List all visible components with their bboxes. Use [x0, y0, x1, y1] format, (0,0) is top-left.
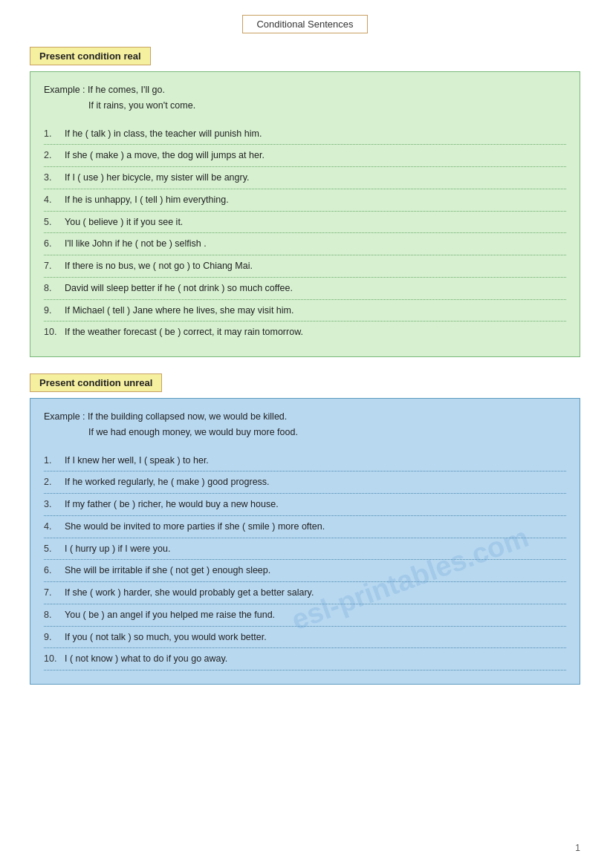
item-text: If he is unhappy, I ( tell ) him everyth…: [65, 193, 566, 207]
item-text: David will sleep better if he ( not drin…: [65, 281, 566, 296]
item-text: If the weather forecast ( be ) correct, …: [65, 325, 566, 339]
list-item: 7.If there is no bus, we ( not go ) to C…: [44, 255, 566, 278]
item-text: If he ( talk ) in class, the teacher wil…: [65, 127, 566, 141]
section2-list: 1.If I knew her well, I ( speak ) to her…: [44, 450, 566, 671]
page-title: Conditional Sentences: [242, 15, 367, 33]
list-item: 3.If my father ( be ) richer, he would b…: [44, 494, 566, 516]
list-item: 5.You ( believe ) it if you see it.: [44, 212, 566, 234]
section1-example: Example : If he comes, I'll go. If it ra…: [44, 82, 566, 114]
list-item: 7.If she ( work ) harder, she would prob…: [44, 582, 566, 604]
item-number: 1.: [44, 127, 65, 141]
list-item: 4.If he is unhappy, I ( tell ) him every…: [44, 189, 566, 212]
item-number: 9.: [44, 630, 65, 645]
item-text: If I ( use ) her bicycle, my sister will…: [65, 171, 566, 185]
item-text: If she ( make ) a move, the dog will jum…: [65, 149, 566, 163]
item-text: If Michael ( tell ) Jane where he lives,…: [65, 304, 566, 318]
list-item: 9.If you ( not talk ) so much, you would…: [44, 627, 566, 649]
item-number: 7.: [44, 259, 65, 273]
section2-example: Example : If the building collapsed now,…: [44, 409, 566, 441]
page-number: 1: [575, 843, 580, 853]
item-text: I ( hurry up ) if I were you.: [65, 542, 566, 556]
item-number: 1.: [44, 454, 65, 468]
item-text: She would be invited to more parties if …: [65, 520, 566, 534]
list-item: 8.David will sleep better if he ( not dr…: [44, 278, 566, 300]
item-text: If I knew her well, I ( speak ) to her.: [65, 454, 566, 468]
section1-list: 1.If he ( talk ) in class, the teacher w…: [44, 123, 566, 344]
item-number: 6.: [44, 564, 65, 578]
list-item: 1.If he ( talk ) in class, the teacher w…: [44, 123, 566, 146]
list-item: 8.You ( be ) an angel if you helped me r…: [44, 604, 566, 627]
item-number: 8.: [44, 608, 65, 622]
list-item: 10.If the weather forecast ( be ) correc…: [44, 322, 566, 343]
item-number: 8.: [44, 281, 65, 296]
section1-box: Example : If he comes, I'll go. If it ra…: [30, 71, 580, 357]
section2-box: Example : If the building collapsed now,…: [30, 398, 580, 685]
item-number: 5.: [44, 542, 65, 556]
item-text: I ( not know ) what to do if you go away…: [65, 652, 566, 666]
item-text: If he worked regularly, he ( make ) good…: [65, 475, 566, 489]
list-item: 10.I ( not know ) what to do if you go a…: [44, 648, 566, 670]
item-text: She will be irritable if she ( not get )…: [65, 564, 566, 578]
item-text: If you ( not talk ) so much, you would w…: [65, 630, 566, 645]
item-text: I'll like John if he ( not be ) selfish …: [65, 237, 566, 251]
item-text: If she ( work ) harder, she would probab…: [65, 586, 566, 600]
list-item: 1.If I knew her well, I ( speak ) to her…: [44, 450, 566, 472]
item-text: If there is no bus, we ( not go ) to Chi…: [65, 259, 566, 273]
item-number: 5.: [44, 215, 65, 229]
item-number: 9.: [44, 304, 65, 318]
item-number: 10.: [44, 652, 65, 666]
list-item: 5.I ( hurry up ) if I were you.: [44, 538, 566, 561]
item-number: 3.: [44, 171, 65, 185]
item-number: 4.: [44, 193, 65, 207]
section2-label: Present condition unreal: [30, 373, 162, 392]
list-item: 9.If Michael ( tell ) Jane where he live…: [44, 300, 566, 322]
item-number: 4.: [44, 520, 65, 534]
list-item: 3.If I ( use ) her bicycle, my sister wi…: [44, 167, 566, 189]
item-text: You ( be ) an angel if you helped me rai…: [65, 608, 566, 622]
item-text: You ( believe ) it if you see it.: [65, 215, 566, 229]
item-number: 7.: [44, 586, 65, 600]
list-item: 2.If she ( make ) a move, the dog will j…: [44, 145, 566, 167]
item-number: 3.: [44, 497, 65, 512]
list-item: 4.She would be invited to more parties i…: [44, 516, 566, 538]
item-number: 10.: [44, 325, 65, 339]
list-item: 6.I'll like John if he ( not be ) selfis…: [44, 233, 566, 255]
list-item: 6.She will be irritable if she ( not get…: [44, 560, 566, 582]
list-item: 2.If he worked regularly, he ( make ) go…: [44, 471, 566, 494]
item-number: 2.: [44, 149, 65, 163]
item-text: If my father ( be ) richer, he would buy…: [65, 497, 566, 512]
item-number: 2.: [44, 475, 65, 489]
section1-label: Present condition real: [30, 47, 151, 65]
item-number: 6.: [44, 237, 65, 251]
